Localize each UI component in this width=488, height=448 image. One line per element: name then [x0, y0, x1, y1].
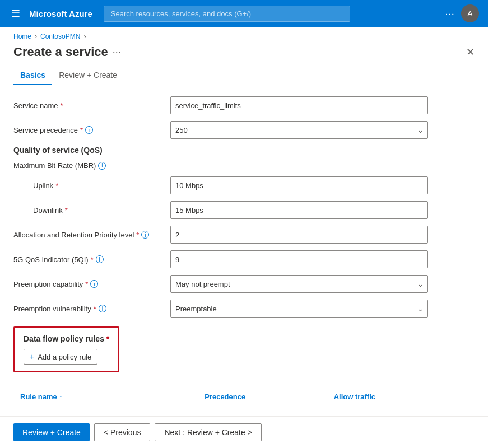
uplink-label: — Uplink * — [13, 181, 170, 190]
bottom-bar: Review + Create < Previous Next : Review… — [0, 416, 488, 448]
mbr-label: Maximum Bit Rate (MBR) i — [13, 161, 170, 170]
5qi-row: 5G QoS Indicator (5QI) * i — [13, 250, 475, 268]
breadcrumb-contosopmn[interactable]: ContosoPMN — [40, 32, 80, 40]
app-title: Microsoft Azure — [29, 9, 92, 18]
arp-input[interactable] — [170, 226, 428, 244]
add-policy-btn-label: Add a policy rule — [38, 353, 91, 361]
service-precedence-required: * — [80, 126, 83, 134]
preemption-cap-select[interactable]: May not preempt May preempt — [170, 275, 428, 293]
service-precedence-row: Service precedence * i 250 ⌄ — [13, 121, 475, 139]
5qi-input[interactable] — [170, 250, 428, 268]
close-button[interactable]: ✕ — [466, 46, 475, 58]
arp-label: Allocation and Retention Priority level … — [13, 231, 170, 239]
5qi-label: 5G QoS Indicator (5QI) * i — [13, 255, 170, 264]
previous-button[interactable]: < Previous — [94, 423, 151, 441]
page-options-icon[interactable]: ··· — [113, 46, 121, 58]
add-policy-rule-button[interactable]: + Add a policy rule — [24, 349, 97, 365]
downlink-label: — Downlink * — [13, 206, 170, 214]
policy-rules-container: Data flow policy rules * + Add a policy … — [13, 326, 475, 401]
service-precedence-select[interactable]: 250 — [170, 121, 428, 139]
table-header-allow-traffic: Allow traffic — [327, 388, 475, 401]
table-header-rule-name: Rule name ↑ — [13, 388, 198, 401]
nav-right-actions: ··· A — [445, 4, 479, 22]
uplink-required: * — [55, 181, 58, 190]
uplink-input[interactable] — [170, 176, 428, 194]
mbr-info-icon[interactable]: i — [98, 162, 106, 170]
preemption-cap-info-icon[interactable]: i — [90, 280, 98, 288]
service-name-required: * — [60, 101, 63, 110]
avatar[interactable]: A — [461, 4, 479, 22]
tab-review-create[interactable]: Review + Create — [52, 66, 124, 85]
hamburger-icon[interactable]: ☰ — [9, 5, 22, 22]
downlink-required: * — [65, 206, 68, 214]
preemption-cap-required: * — [85, 280, 88, 288]
breadcrumb-home[interactable]: Home — [13, 32, 31, 40]
qos-section-header: Quality of service (QoS) — [13, 146, 475, 155]
5qi-required: * — [91, 255, 94, 264]
service-precedence-info-icon[interactable]: i — [85, 126, 93, 134]
review-create-button[interactable]: Review + Create — [13, 423, 90, 441]
downlink-input[interactable] — [170, 201, 428, 219]
policy-rules-required: * — [106, 334, 109, 343]
preemption-vuln-row: Preemption vulnerability * i Preemptable… — [13, 300, 475, 318]
breadcrumb-sep-2: › — [83, 32, 86, 40]
main-container: Home › ContosoPMN › Create a service ···… — [0, 27, 488, 448]
service-name-label: Service name * — [13, 101, 170, 110]
page-header: Create a service ··· ✕ — [0, 40, 488, 59]
preemption-cap-row: Preemption capability * i May not preemp… — [13, 275, 475, 293]
table-header-precedence: Precedence — [198, 388, 327, 401]
uplink-row: — Uplink * — [13, 176, 475, 194]
preemption-vuln-info-icon[interactable]: i — [99, 305, 106, 312]
service-name-input[interactable] — [170, 96, 428, 114]
preemption-vuln-required: * — [94, 305, 96, 313]
top-navigation: ☰ Microsoft Azure ··· A — [0, 0, 488, 27]
sort-arrow-icon: ↑ — [59, 394, 62, 400]
tabs-container: Basics Review + Create — [0, 59, 488, 85]
plus-icon: + — [30, 352, 34, 361]
search-input[interactable] — [104, 6, 350, 22]
page-header-left: Create a service ··· — [13, 45, 121, 59]
mbr-label-row: Maximum Bit Rate (MBR) i — [13, 161, 475, 170]
5qi-info-icon[interactable]: i — [96, 255, 104, 263]
service-precedence-select-wrapper: 250 ⌄ — [170, 121, 428, 139]
page-title: Create a service — [13, 45, 108, 59]
next-button[interactable]: Next : Review + Create > — [155, 423, 261, 441]
policy-table: Rule name ↑ Precedence Allow traffic — [13, 388, 475, 401]
arp-info-icon[interactable]: i — [141, 231, 149, 239]
preemption-cap-select-wrapper: May not preempt May preempt ⌄ — [170, 275, 428, 293]
preemption-cap-label: Preemption capability * i — [13, 280, 170, 288]
policy-rules-title: Data flow policy rules * — [24, 334, 109, 343]
preemption-vuln-select-wrapper: Preemptable Not preemptable ⌄ — [170, 300, 428, 318]
arp-row: Allocation and Retention Priority level … — [13, 226, 475, 244]
preemption-vuln-label: Preemption vulnerability * i — [13, 305, 170, 313]
arp-required: * — [136, 231, 139, 239]
form-area: Service name * Service precedence * i 25… — [0, 85, 488, 401]
breadcrumb: Home › ContosoPMN › — [0, 27, 488, 40]
breadcrumb-sep-1: › — [35, 32, 37, 40]
preemption-vuln-select[interactable]: Preemptable Not preemptable — [170, 300, 428, 318]
policy-rules-section: Data flow policy rules * + Add a policy … — [13, 326, 119, 372]
more-options-icon[interactable]: ··· — [445, 7, 454, 20]
service-name-row: Service name * — [13, 96, 475, 114]
service-precedence-label: Service precedence * i — [13, 126, 170, 134]
downlink-row: — Downlink * — [13, 201, 475, 219]
tab-basics[interactable]: Basics — [13, 66, 52, 85]
